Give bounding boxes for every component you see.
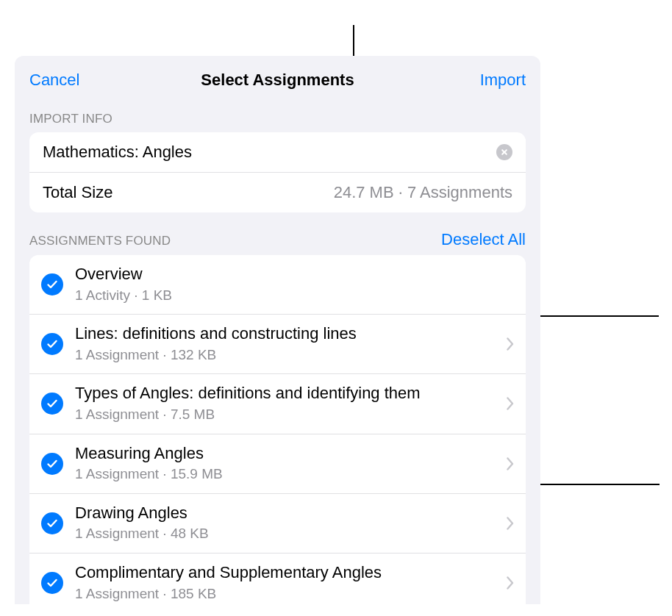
- checkmark-icon[interactable]: [41, 572, 63, 594]
- assignment-title: Lines: definitions and constructing line…: [75, 323, 495, 345]
- assignment-row[interactable]: Drawing Angles 1 Assignment · 48 KB: [29, 493, 526, 553]
- checkmark-icon[interactable]: [41, 333, 63, 355]
- deselect-all-button[interactable]: Deselect All: [441, 230, 526, 249]
- assignment-subtitle: 1 Assignment · 7.5 MB: [75, 405, 495, 425]
- assignment-title: Complimentary and Supplementary Angles: [75, 562, 495, 584]
- assignment-row[interactable]: Complimentary and Supplementary Angles 1…: [29, 553, 526, 604]
- assignment-subtitle: 1 Activity · 1 KB: [75, 286, 514, 306]
- checkmark-icon[interactable]: [41, 393, 63, 415]
- import-button[interactable]: Import: [480, 71, 526, 90]
- assignment-row[interactable]: Measuring Angles 1 Assignment · 15.9 MB: [29, 434, 526, 493]
- chevron-right-icon[interactable]: [507, 337, 514, 351]
- checkmark-icon[interactable]: [41, 273, 63, 296]
- assignment-row[interactable]: Lines: definitions and constructing line…: [29, 314, 526, 373]
- cancel-button[interactable]: Cancel: [29, 71, 79, 90]
- assignments-list: Overview 1 Activity · 1 KB Lines: defini…: [29, 255, 526, 604]
- assignment-row[interactable]: Types of Angles: definitions and identif…: [29, 373, 526, 433]
- import-info-header: IMPORT INFO: [15, 112, 540, 132]
- assignment-text: Types of Angles: definitions and identif…: [75, 383, 495, 424]
- import-info-card: Mathematics: Angles Total Size 24.7 MB ·…: [29, 132, 526, 212]
- modal-title: Select Assignments: [201, 71, 354, 90]
- modal-header: Cancel Select Assignments Import: [15, 56, 540, 100]
- assignment-title: Types of Angles: definitions and identif…: [75, 383, 495, 404]
- select-assignments-modal: Cancel Select Assignments Import IMPORT …: [15, 56, 540, 604]
- chevron-right-icon[interactable]: [507, 397, 514, 410]
- assignment-subtitle: 1 Assignment · 48 KB: [75, 524, 495, 544]
- section-label: ASSIGNMENTS FOUND: [29, 234, 171, 248]
- assignment-text: Drawing Angles 1 Assignment · 48 KB: [75, 503, 495, 544]
- assignment-title: Overview: [75, 264, 514, 285]
- checkmark-icon[interactable]: [41, 453, 63, 475]
- clear-text-icon[interactable]: [496, 144, 512, 160]
- assignment-subtitle: 1 Assignment · 185 KB: [75, 584, 495, 604]
- chevron-right-icon[interactable]: [507, 576, 514, 590]
- assignment-subtitle: 1 Assignment · 15.9 MB: [75, 465, 495, 484]
- assignment-title: Measuring Angles: [75, 443, 495, 465]
- import-name-row[interactable]: Mathematics: Angles: [29, 132, 526, 172]
- total-size-label: Total Size: [43, 183, 112, 202]
- total-size-value: 24.7 MB · 7 Assignments: [334, 183, 512, 202]
- assignment-subtitle: 1 Assignment · 132 KB: [75, 345, 495, 365]
- checkmark-icon[interactable]: [41, 512, 63, 534]
- chevron-right-icon[interactable]: [507, 457, 514, 470]
- import-name-value: Mathematics: Angles: [43, 143, 192, 162]
- assignment-row[interactable]: Overview 1 Activity · 1 KB: [29, 255, 526, 314]
- section-label: IMPORT INFO: [29, 112, 112, 126]
- assignment-text: Measuring Angles 1 Assignment · 15.9 MB: [75, 443, 495, 484]
- assignment-title: Drawing Angles: [75, 503, 495, 524]
- assignment-text: Lines: definitions and constructing line…: [75, 323, 495, 365]
- total-size-row: Total Size 24.7 MB · 7 Assignments: [29, 172, 526, 212]
- chevron-right-icon[interactable]: [507, 517, 514, 530]
- assignments-found-header: ASSIGNMENTS FOUND Deselect All: [15, 230, 540, 255]
- assignment-text: Overview 1 Activity · 1 KB: [75, 264, 514, 305]
- assignment-text: Complimentary and Supplementary Angles 1…: [75, 562, 495, 604]
